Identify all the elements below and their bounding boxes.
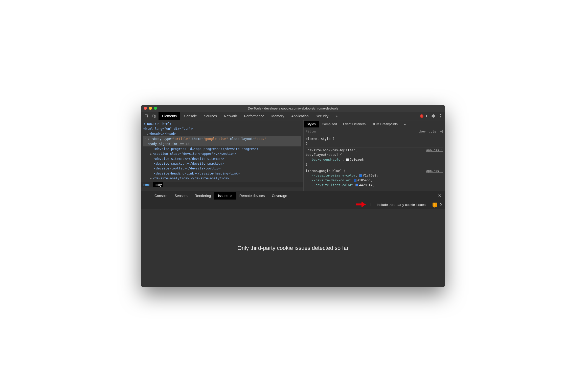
- dom-devsite-heading-link[interactable]: <devsite-heading-link></devsite-heading-…: [143, 171, 301, 176]
- rule-theme-google-blue[interactable]: app.css:1 [theme=google-blue] { --devsit…: [306, 168, 443, 189]
- styles-panel: Styles Computed Event Listeners DOM Brea…: [304, 120, 445, 191]
- device-toggle-icon[interactable]: [151, 113, 157, 119]
- styles-rules[interactable]: element.style { } app.css:1 .devsite-boo…: [304, 135, 445, 191]
- main-tabs: Elements Console Sources Network Perform…: [159, 112, 341, 120]
- breadcrumb-body[interactable]: body: [153, 182, 163, 187]
- new-style-rule-button[interactable]: +: [439, 130, 443, 133]
- titlebar: DevTools - developers.google.com/web/too…: [141, 105, 445, 112]
- dom-devsite-sitemask[interactable]: <devsite-sitemask></devsite-sitemask>: [143, 156, 301, 161]
- dtab-remote-devices[interactable]: Remote devices: [236, 192, 268, 200]
- dom-head[interactable]: <head>…</head>: [143, 131, 301, 136]
- rule-devsite-book-nav[interactable]: app.css:1 .devsite-book-nav-bg:after, bo…: [306, 147, 443, 168]
- drawer: ⋮ Console Sensors Rendering Issues ✕ Rem…: [141, 191, 445, 287]
- issues-empty-message: Only third-party cookie issues detected …: [237, 245, 349, 251]
- styles-subtabs: Styles Computed Event Listeners DOM Brea…: [304, 120, 445, 128]
- dom-doctype[interactable]: <!DOCTYPE html>: [143, 121, 301, 126]
- dtab-issues[interactable]: Issues ✕: [214, 192, 236, 200]
- color-swatch-icon[interactable]: [354, 179, 356, 182]
- window-title: DevTools - developers.google.com/web/too…: [141, 106, 445, 110]
- tab-console[interactable]: Console: [180, 112, 200, 120]
- dom-devsite-tooltip[interactable]: <devsite-tooltip></devsite-tooltip>: [143, 166, 301, 171]
- issues-toolbar: Include third-party cookie issues 0: [141, 200, 445, 209]
- drawer-close-button[interactable]: ✕: [436, 193, 443, 199]
- tab-application[interactable]: Application: [288, 112, 312, 120]
- issues-panel-body: Only third-party cookie issues detected …: [141, 209, 445, 287]
- annotation-arrow-icon: [356, 202, 366, 208]
- dom-html-open[interactable]: <html lang="en" dir="ltr">: [143, 126, 301, 131]
- color-swatch-icon[interactable]: [346, 158, 349, 161]
- include-third-party-checkbox[interactable]: [371, 203, 374, 206]
- inspect-icon[interactable]: [143, 113, 150, 119]
- color-swatch-icon[interactable]: [355, 184, 358, 186]
- rule-element-style[interactable]: element.style { }: [306, 136, 443, 147]
- tab-sources[interactable]: Sources: [200, 112, 220, 120]
- subtab-event-listeners[interactable]: Event Listeners: [340, 121, 369, 127]
- dtab-console[interactable]: Console: [151, 192, 171, 200]
- close-icon[interactable]: ✕: [230, 194, 232, 198]
- source-link[interactable]: app.css:1: [426, 169, 443, 173]
- dom-devsite-analytics[interactable]: <devsite-analytics>…</devsite-analytics>: [143, 176, 301, 181]
- subtab-computed[interactable]: Computed: [319, 121, 340, 127]
- dom-body-selected[interactable]: ⋯ <body type="article" theme="google-blu…: [143, 136, 301, 146]
- error-count-badge[interactable]: ✕: [420, 114, 423, 118]
- devtools-window: DevTools - developers.google.com/web/too…: [141, 105, 445, 287]
- subtab-styles[interactable]: Styles: [304, 121, 319, 127]
- dtab-coverage[interactable]: Coverage: [268, 192, 291, 200]
- hov-toggle[interactable]: :hov: [418, 130, 426, 133]
- tab-performance[interactable]: Performance: [240, 112, 268, 120]
- main-toolbar: Elements Console Sources Network Perform…: [141, 112, 445, 120]
- error-count: 1: [425, 114, 427, 118]
- drawer-tabs: ⋮ Console Sensors Rendering Issues ✕ Rem…: [141, 191, 445, 200]
- warning-count: 0: [440, 203, 442, 207]
- cls-toggle[interactable]: .cls: [429, 130, 436, 133]
- subtabs-overflow[interactable]: »: [401, 121, 409, 128]
- color-swatch-icon[interactable]: [359, 174, 362, 177]
- dtab-sensors[interactable]: Sensors: [171, 192, 191, 200]
- dom-breadcrumb: html body: [141, 182, 303, 187]
- include-third-party-label[interactable]: Include third-party cookie issues: [377, 203, 425, 207]
- dtab-rendering[interactable]: Rendering: [191, 192, 215, 200]
- breadcrumb-html[interactable]: html: [143, 183, 150, 187]
- styles-filter-bar: :hov .cls +: [304, 128, 445, 135]
- elements-panel: <!DOCTYPE html> <html lang="en" dir="ltr…: [141, 120, 304, 191]
- tab-elements[interactable]: Elements: [159, 112, 180, 120]
- tab-security[interactable]: Security: [312, 112, 332, 120]
- source-link[interactable]: app.css:1: [426, 148, 443, 153]
- dom-section-wrapper[interactable]: <section class="devsite-wrapper">…</sect…: [143, 151, 301, 156]
- tab-network[interactable]: Network: [220, 112, 240, 120]
- warning-badge-icon[interactable]: [433, 203, 437, 207]
- settings-gear-icon[interactable]: [430, 113, 436, 119]
- subtab-dom-breakpoints[interactable]: DOM Breakpoints: [369, 121, 401, 127]
- dom-devsite-snackbar[interactable]: <devsite-snackbar></devsite-snackbar>: [143, 161, 301, 166]
- dom-devsite-progress[interactable]: <devsite-progress id="app-progress"></de…: [143, 146, 301, 151]
- dom-tree[interactable]: <!DOCTYPE html> <html lang="en" dir="ltr…: [141, 120, 303, 182]
- tab-memory[interactable]: Memory: [268, 112, 288, 120]
- drawer-menu-icon[interactable]: ⋮: [143, 193, 151, 198]
- more-menu-icon[interactable]: ⋮: [438, 113, 443, 119]
- tabs-overflow[interactable]: »: [332, 112, 341, 120]
- panels-row: <!DOCTYPE html> <html lang="en" dir="ltr…: [141, 120, 445, 191]
- styles-filter-input[interactable]: [306, 130, 415, 133]
